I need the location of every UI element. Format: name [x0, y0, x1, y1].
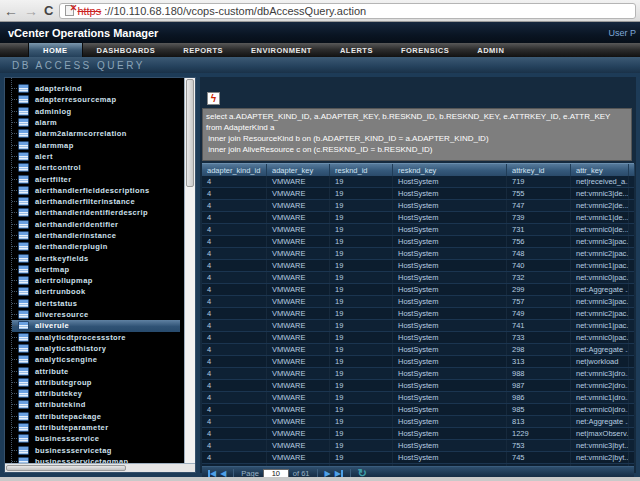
- tree-item[interactable]: analyticsdthistory: [12, 343, 184, 354]
- table-icon: [18, 129, 29, 138]
- tree-item[interactable]: alerthandlerplugin: [12, 241, 184, 252]
- table-row[interactable]: 4 VMWARE 19 HostSystem 313 net|workload: [202, 356, 634, 368]
- column-header[interactable]: attrkey_id: [507, 164, 571, 176]
- column-header[interactable]: resknd_id: [330, 164, 393, 176]
- table-icon: [18, 220, 29, 229]
- tree-item[interactable]: analyticsengine: [12, 354, 184, 365]
- table-icon: [18, 208, 29, 217]
- tree-item[interactable]: alerthandlerfielddescriptions: [12, 185, 184, 196]
- tree-item[interactable]: alerthandlerinstance: [12, 230, 184, 241]
- tree-item[interactable]: alerthandleridentifier: [12, 219, 184, 230]
- table-icon: [18, 310, 29, 319]
- tree-item[interactable]: alerthandlerfilterinstance: [12, 196, 184, 207]
- nav-tab[interactable]: HOME: [28, 43, 83, 57]
- table-row[interactable]: 4 VMWARE 19 HostSystem 813 net:Aggregate…: [202, 416, 634, 428]
- tree-item[interactable]: attributeparameter: [12, 422, 184, 433]
- column-header[interactable]: attr_key: [571, 164, 629, 176]
- sql-query-input[interactable]: select a.ADAPTER_KIND_ID, a.ADAPTER_KEY,…: [202, 108, 632, 161]
- table-icon: [18, 423, 29, 432]
- table-icon: [18, 355, 29, 364]
- tree-item[interactable]: aliveresource: [12, 309, 184, 320]
- window-bottom-edge: [0, 477, 640, 481]
- table-row[interactable]: 4 VMWARE 19 HostSystem 1229 net|maxObser…: [202, 428, 634, 440]
- user-preferences-link[interactable]: User P: [608, 28, 636, 38]
- reload-icon[interactable]: C: [44, 3, 53, 18]
- table-row[interactable]: 4 VMWARE 19 HostSystem 745 net:vmnic2|by…: [202, 452, 634, 464]
- tree-item[interactable]: businessservicetagmap: [12, 456, 184, 463]
- nav-tab[interactable]: ENVIRONMENT: [237, 43, 326, 57]
- table-row[interactable]: 4 VMWARE 19 HostSystem 731 net:vmnic0|de…: [202, 224, 634, 236]
- table-row[interactable]: 4 VMWARE 19 HostSystem 719 net|received_…: [202, 176, 634, 188]
- table-row[interactable]: 4 VMWARE 19 HostSystem 741 net:vmnic1|pa…: [202, 320, 634, 332]
- tree-item[interactable]: attributekind: [12, 399, 184, 410]
- table-row[interactable]: 4 VMWARE 19 HostSystem 747 net:vmnic2|de…: [202, 200, 634, 212]
- table-row[interactable]: 4 VMWARE 19 HostSystem 732 net:vmnic0|pa…: [202, 272, 634, 284]
- scrollbar-thumb[interactable]: [186, 79, 194, 187]
- tree-item[interactable]: attribute: [12, 365, 184, 376]
- table-icon: [18, 231, 29, 240]
- sidebar-vertical-scrollbar[interactable]: [184, 78, 195, 463]
- tree-item[interactable]: alarmmap: [12, 139, 184, 150]
- table-row[interactable]: 4 VMWARE 19 HostSystem 739 net:vmnic1|de…: [202, 212, 634, 224]
- table-row[interactable]: 4 VMWARE 19 HostSystem 756 net:vmnic3|pa…: [202, 236, 634, 248]
- page-title-band: DB ACCESS QUERY: [0, 57, 640, 73]
- table-row[interactable]: 4 VMWARE 19 HostSystem 757 net:vmnic3|pa…: [202, 296, 634, 308]
- tree-item[interactable]: attributekey: [12, 388, 184, 399]
- table-row[interactable]: 4 VMWARE 19 HostSystem 755 net:vmnic3|de…: [202, 188, 634, 200]
- column-header[interactable]: adapter_key: [267, 164, 330, 176]
- tree-item[interactable]: alarm: [12, 117, 184, 128]
- table-icon: [18, 287, 29, 296]
- table-row[interactable]: 4 VMWARE 19 HostSystem 748 net:vmnic2|pa…: [202, 248, 634, 260]
- sidebar-horizontal-scrollbar[interactable]: [5, 463, 195, 472]
- tree-item[interactable]: analyticdtprocessstore: [12, 332, 184, 343]
- tree-item[interactable]: alertrollupmap: [12, 275, 184, 286]
- nav-tab[interactable]: ALERTS: [326, 43, 387, 57]
- tree-item[interactable]: alertstatus: [12, 298, 184, 309]
- address-bar[interactable]: ✕ https://10.110.68.180/vcops-custom/dbA…: [59, 3, 636, 19]
- table-icon: [18, 344, 29, 353]
- table-row[interactable]: 4 VMWARE 19 HostSystem 298 net:Aggregate…: [202, 344, 634, 356]
- scrollbar-thumb[interactable]: [6, 465, 126, 471]
- nav-tab[interactable]: ADMIN: [463, 43, 518, 57]
- tree-item[interactable]: alerthandleridentifierdescrip: [12, 207, 184, 218]
- table-icon: [18, 412, 29, 421]
- tree-item[interactable]: adapterresourcemap: [12, 94, 184, 105]
- tree-item[interactable]: businessservice: [12, 433, 184, 444]
- tree-item[interactable]: alertmap: [12, 264, 184, 275]
- column-header[interactable]: resknd_key: [393, 164, 507, 176]
- tree-item[interactable]: alertfilter: [12, 173, 184, 184]
- tree-item[interactable]: adminlog: [12, 106, 184, 117]
- tree-item[interactable]: businessservicetag: [12, 445, 184, 456]
- column-header[interactable]: adapter_kind_id: [202, 164, 267, 176]
- tree-item[interactable]: alertcontrol: [12, 162, 184, 173]
- table-row[interactable]: 4 VMWARE 19 HostSystem 749 net:vmnic2|pa…: [202, 308, 634, 320]
- tree-item[interactable]: adapterkind: [12, 83, 184, 94]
- table-icon: [18, 367, 29, 376]
- back-icon[interactable]: ←: [4, 4, 18, 18]
- table-row[interactable]: 4 VMWARE 19 HostSystem 299 net:Aggregate…: [202, 284, 634, 296]
- table-row[interactable]: 4 VMWARE 19 HostSystem 733 net:vmnic0|pa…: [202, 332, 634, 344]
- nav-tab[interactable]: REPORTS: [169, 43, 237, 57]
- table-icon: [18, 446, 29, 455]
- nav-tab[interactable]: DASHBOARDS: [83, 43, 170, 57]
- table-icon: [18, 95, 29, 104]
- tree-item[interactable]: alertkeyfields: [12, 252, 184, 263]
- nav-tab[interactable]: FORENSICS: [387, 43, 463, 57]
- run-query-button[interactable]: ϟ: [207, 92, 220, 105]
- table-row[interactable]: 4 VMWARE 19 HostSystem 987 net:vmnic2|dr…: [202, 380, 634, 392]
- table-row[interactable]: 4 VMWARE 19 HostSystem 985 net:vmnic0|dr…: [202, 404, 634, 416]
- tree-item[interactable]: aliverule: [12, 320, 180, 331]
- tree-item[interactable]: alarm2alarmcorrelation: [12, 128, 184, 139]
- table-row[interactable]: 4 VMWARE 19 HostSystem 988 net:vmnic3|dr…: [202, 368, 634, 380]
- tree-item[interactable]: attributepackage: [12, 411, 184, 422]
- tree-item[interactable]: attributegroup: [12, 377, 184, 388]
- tree-item[interactable]: alert: [12, 151, 184, 162]
- page-security-icon[interactable]: ✕: [65, 5, 74, 16]
- tree-item-label: attributeparameter: [32, 422, 111, 433]
- table-row[interactable]: 4 VMWARE 19 HostSystem 986 net:vmnic1|dr…: [202, 392, 634, 404]
- forward-icon[interactable]: →: [24, 4, 38, 18]
- tree-item[interactable]: alertrunbook: [12, 286, 184, 297]
- table-row[interactable]: 4 VMWARE 19 HostSystem 753 net:vmnic3|by…: [202, 440, 634, 452]
- table-row[interactable]: 4 VMWARE 19 HostSystem 740 net:vmnic1|pa…: [202, 260, 634, 272]
- table-icon: [18, 265, 29, 274]
